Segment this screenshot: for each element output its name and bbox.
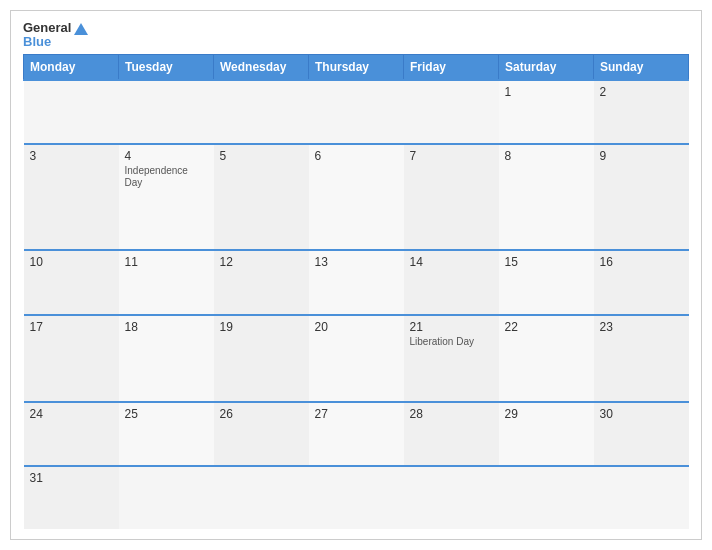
day-number: 4 [125,149,208,163]
calendar-header: General Blue [23,21,689,50]
calendar-cell: 15 [499,250,594,314]
calendar-cell: 12 [214,250,309,314]
calendar-cell: 28 [404,402,499,466]
calendar-cell: 29 [499,402,594,466]
calendar-cell: 31 [24,466,119,529]
calendar-cell: 11 [119,250,214,314]
day-number: 31 [30,471,113,485]
calendar-cell: 18 [119,315,214,402]
day-number: 2 [600,85,683,99]
calendar-cell: 22 [499,315,594,402]
calendar-cell [214,466,309,529]
calendar-cell: 30 [594,402,689,466]
day-number: 6 [315,149,398,163]
calendar-cell: 17 [24,315,119,402]
day-number: 3 [30,149,113,163]
calendar-cell [404,80,499,144]
calendar-cell [119,80,214,144]
week-row-5: 31 [24,466,689,529]
day-number: 7 [410,149,493,163]
calendar-cell [214,80,309,144]
calendar-cell: 4Independence Day [119,144,214,250]
weekday-header-wednesday: Wednesday [214,54,309,80]
calendar-cell [309,80,404,144]
day-number: 25 [125,407,208,421]
calendar-cell [499,466,594,529]
calendar-cell: 3 [24,144,119,250]
calendar-cell: 25 [119,402,214,466]
calendar-container: General Blue MondayTuesdayWednesdayThurs… [10,10,702,540]
day-number: 19 [220,320,303,334]
weekday-header-monday: Monday [24,54,119,80]
day-number: 21 [410,320,493,334]
day-number: 27 [315,407,398,421]
week-row-3: 1718192021Liberation Day2223 [24,315,689,402]
day-number: 20 [315,320,398,334]
calendar-cell: 9 [594,144,689,250]
calendar-cell [24,80,119,144]
day-number: 11 [125,255,208,269]
calendar-cell [404,466,499,529]
weekday-header-sunday: Sunday [594,54,689,80]
week-row-1: 34Independence Day56789 [24,144,689,250]
day-number: 28 [410,407,493,421]
weekday-header-friday: Friday [404,54,499,80]
weekday-header-thursday: Thursday [309,54,404,80]
day-number: 15 [505,255,588,269]
day-number: 18 [125,320,208,334]
day-number: 24 [30,407,113,421]
day-number: 8 [505,149,588,163]
day-number: 26 [220,407,303,421]
day-number: 14 [410,255,493,269]
calendar-cell: 16 [594,250,689,314]
day-number: 30 [600,407,683,421]
calendar-cell: 23 [594,315,689,402]
calendar-cell: 6 [309,144,404,250]
day-event: Independence Day [125,165,208,189]
logo-blue-text: Blue [23,35,51,49]
day-number: 10 [30,255,113,269]
weekday-header-saturday: Saturday [499,54,594,80]
day-number: 9 [600,149,683,163]
logo-general-text: General [23,21,88,35]
calendar-cell: 27 [309,402,404,466]
day-number: 22 [505,320,588,334]
weekday-header-tuesday: Tuesday [119,54,214,80]
calendar-cell: 2 [594,80,689,144]
calendar-cell: 20 [309,315,404,402]
calendar-cell: 8 [499,144,594,250]
day-number: 16 [600,255,683,269]
calendar-cell: 7 [404,144,499,250]
logo-triangle-icon [74,23,88,35]
calendar-cell: 13 [309,250,404,314]
calendar-cell: 26 [214,402,309,466]
week-row-4: 24252627282930 [24,402,689,466]
calendar-cell [119,466,214,529]
calendar-table: MondayTuesdayWednesdayThursdayFridaySatu… [23,54,689,529]
calendar-cell: 1 [499,80,594,144]
day-number: 12 [220,255,303,269]
calendar-cell [309,466,404,529]
calendar-cell: 10 [24,250,119,314]
day-number: 23 [600,320,683,334]
calendar-cell: 19 [214,315,309,402]
calendar-cell: 24 [24,402,119,466]
calendar-cell: 14 [404,250,499,314]
day-number: 5 [220,149,303,163]
calendar-cell [594,466,689,529]
calendar-cell: 21Liberation Day [404,315,499,402]
weekday-header-row: MondayTuesdayWednesdayThursdayFridaySatu… [24,54,689,80]
day-number: 1 [505,85,588,99]
day-number: 29 [505,407,588,421]
day-number: 13 [315,255,398,269]
logo: General Blue [23,21,88,50]
week-row-2: 10111213141516 [24,250,689,314]
week-row-0: 12 [24,80,689,144]
day-event: Liberation Day [410,336,493,348]
calendar-cell: 5 [214,144,309,250]
day-number: 17 [30,320,113,334]
